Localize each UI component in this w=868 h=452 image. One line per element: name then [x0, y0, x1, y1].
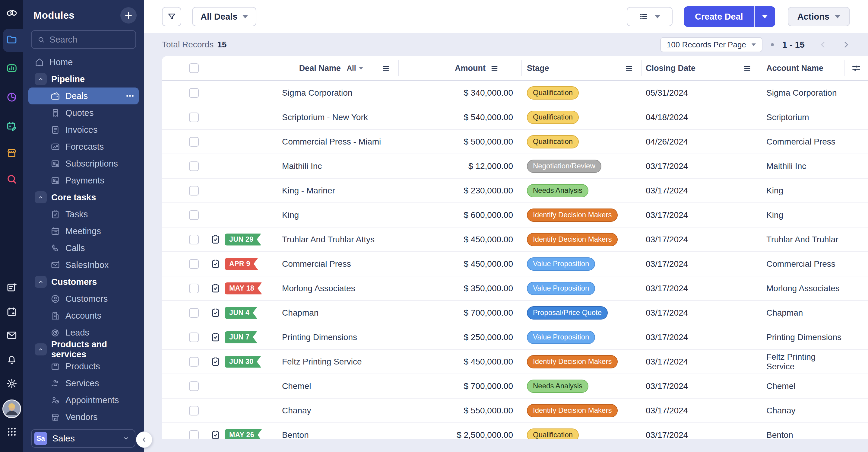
modules-folder-icon[interactable] [6, 34, 18, 45]
account-name[interactable]: Chanay [766, 406, 796, 416]
table-row[interactable]: Scriptorium - New York$ 540,000.00Qualif… [162, 105, 868, 130]
user-avatar[interactable] [2, 399, 21, 418]
deal-name[interactable]: King - Mariner [282, 186, 335, 195]
previous-page-chevron[interactable] [818, 40, 828, 49]
create-deal-button[interactable]: Create Deal [684, 6, 754, 27]
account-name[interactable]: Commercial Press [766, 137, 835, 147]
deal-name[interactable]: Commercial Press [282, 259, 351, 269]
account-name[interactable]: Sigma Corporation [766, 88, 837, 98]
sidebar-item-accounts[interactable]: Accounts [28, 307, 139, 324]
deal-name-filter-dropdown[interactable]: All [347, 64, 364, 72]
sidebar-item-deals[interactable]: Deals [28, 88, 139, 104]
zoho-crm-logo-icon[interactable] [6, 7, 18, 19]
account-name[interactable]: Chapman [766, 308, 803, 318]
planner-calendar-edit-icon[interactable] [6, 121, 18, 132]
table-row[interactable]: APR 9Commercial Press$ 450,000.00Value P… [162, 252, 868, 276]
table-row[interactable]: Chanay$ 550,000.00Identify Decision Make… [162, 399, 868, 423]
sidebar-section-products-and-services[interactable]: Products and services [23, 341, 144, 358]
sidebar-section-pipeline[interactable]: Pipeline [23, 70, 144, 88]
row-checkbox[interactable] [189, 430, 199, 439]
account-name[interactable]: Feltz Printing Service [766, 352, 844, 371]
row-checkbox[interactable] [189, 406, 199, 416]
sidebar-item-forecasts[interactable]: Forecasts [28, 138, 139, 155]
next-page-chevron[interactable] [841, 40, 850, 49]
sidebar-item-home[interactable]: Home [28, 54, 139, 70]
sidebar-item-invoices[interactable]: Invoices [28, 121, 139, 138]
sidebar-collapse-button[interactable] [136, 431, 152, 448]
chevron-up-icon[interactable] [35, 191, 47, 203]
deal-name[interactable]: Benton [282, 430, 309, 439]
account-name[interactable]: Scriptorium [766, 113, 809, 122]
sidebar-item-customers[interactable]: Customers [28, 290, 139, 307]
chevron-up-icon[interactable] [35, 73, 47, 85]
analytics-pie-icon[interactable] [6, 91, 18, 103]
marketplace-store-icon[interactable] [6, 147, 18, 159]
zia-search-icon[interactable] [6, 174, 18, 185]
row-checkbox[interactable] [189, 235, 199, 244]
deal-name[interactable]: Sigma Corporation [282, 88, 352, 98]
sidebar-item-subscriptions[interactable]: Subscriptions [28, 155, 139, 172]
settings-gear-icon[interactable] [6, 378, 18, 389]
account-name[interactable]: Chemel [766, 382, 795, 391]
deal-name[interactable]: Chanay [282, 406, 311, 416]
deal-name[interactable]: Maithili Inc [282, 161, 322, 171]
sidebar-item-products[interactable]: Products [28, 358, 139, 375]
records-per-page-selector[interactable]: 100 Records Per Page [660, 37, 763, 52]
deal-name[interactable]: Chapman [282, 308, 318, 318]
sidebar-item-leads[interactable]: Leads [28, 324, 139, 341]
row-checkbox[interactable] [189, 88, 199, 98]
add-module-button[interactable] [120, 7, 136, 24]
table-row[interactable]: JUN 30Feltz Printing Service$ 450,000.00… [162, 350, 868, 374]
chevron-up-icon[interactable] [35, 276, 47, 288]
row-checkbox[interactable] [189, 333, 199, 342]
account-name[interactable]: King [766, 186, 783, 195]
deal-name[interactable]: Scriptorium - New York [282, 113, 368, 122]
list-view-button[interactable] [627, 7, 673, 26]
table-row[interactable]: JUN 7Printing Dimensions$ 250,000.00Valu… [162, 325, 868, 350]
sidebar-item-quotes[interactable]: Quotes [28, 104, 139, 121]
sidebar-item-tasks[interactable]: Tasks [28, 206, 139, 223]
deal-name[interactable]: Feltz Printing Service [282, 357, 362, 367]
row-checkbox[interactable] [189, 259, 199, 269]
deal-name-column-header[interactable]: Deal Name All [264, 56, 398, 80]
deal-name[interactable]: Chemel [282, 382, 311, 391]
table-row[interactable]: Sigma Corporation$ 340,000.00Qualificati… [162, 81, 868, 105]
note-add-icon[interactable] [6, 282, 18, 293]
amount-column-header[interactable]: Amount [398, 56, 522, 80]
account-name[interactable]: Printing Dimensions [766, 333, 841, 342]
account-name-column-header[interactable]: Account Name [760, 56, 844, 80]
deal-name[interactable]: Truhlar And Truhlar Attys [282, 235, 375, 244]
search-input[interactable] [49, 34, 129, 45]
notifications-bell-icon[interactable] [6, 354, 18, 365]
table-row[interactable]: MAY 18Morlong Associates$ 350,000.00Valu… [162, 276, 868, 301]
account-name[interactable]: Commercial Press [766, 259, 835, 269]
sidebar-item-calls[interactable]: Calls [28, 240, 139, 257]
account-name[interactable]: Benton [766, 430, 793, 439]
view-filter-button[interactable]: All Deals [192, 7, 256, 26]
row-checkbox[interactable] [189, 382, 199, 391]
mail-icon[interactable] [6, 330, 18, 341]
column-menu-icon[interactable] [490, 64, 499, 72]
sidebar-search[interactable] [31, 30, 136, 49]
row-checkbox[interactable] [189, 357, 199, 367]
table-row[interactable]: Maithili Inc$ 12,000.00Negotiation/Revie… [162, 154, 868, 179]
account-name[interactable]: King [766, 210, 783, 220]
sidebar-item-meetings[interactable]: Meetings [28, 223, 139, 240]
table-row[interactable]: JUN 29Truhlar And Truhlar Attys$ 450,000… [162, 228, 868, 252]
sidebar-item-salesinbox[interactable]: SalesInbox [28, 257, 139, 273]
calendar-icon[interactable] [6, 306, 18, 318]
sidebar-section-customers[interactable]: Customers [23, 273, 144, 290]
closing-date-column-header[interactable]: Closing Date [642, 56, 760, 80]
deal-name[interactable]: Commercial Press - Miami [282, 137, 381, 147]
row-checkbox[interactable] [189, 137, 199, 147]
row-checkbox[interactable] [189, 210, 199, 220]
sidebar-item-appointments[interactable]: Appointments [28, 392, 139, 409]
chevron-up-icon[interactable] [35, 343, 47, 356]
deal-name[interactable]: Printing Dimensions [282, 333, 357, 342]
column-menu-icon[interactable] [382, 64, 390, 72]
filter-button[interactable] [162, 7, 181, 26]
table-row[interactable]: King$ 600,000.00Identify Decision Makers… [162, 203, 868, 228]
sidebar-item-payments[interactable]: Payments [28, 172, 139, 189]
account-name[interactable]: Truhlar And Truhlar [766, 235, 838, 244]
sidebar-section-core-tasks[interactable]: Core tasks [23, 189, 144, 206]
